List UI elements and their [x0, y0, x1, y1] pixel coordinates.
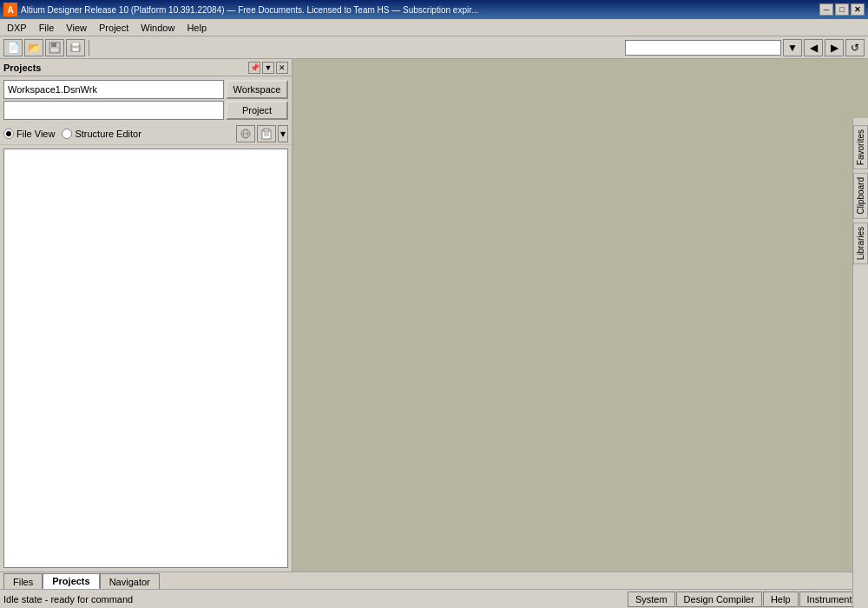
structure-editor-radio[interactable] — [62, 129, 72, 139]
title-bar-controls: ─ □ ✕ — [819, 3, 865, 16]
menu-dxp[interactable]: DXP — [2, 21, 32, 35]
workspace-button[interactable]: Workspace — [226, 80, 288, 99]
design-compiler-button[interactable]: Design Compiler — [676, 591, 762, 607]
structure-editor-option[interactable]: Structure Editor — [62, 129, 141, 139]
view-icons: ▾ — [236, 125, 288, 142]
open-button[interactable]: 📂 — [24, 39, 43, 56]
panel-close-button[interactable]: ✕ — [276, 62, 288, 74]
menu-bar: DXP File View Project Window Help — [0, 19, 868, 36]
help-button[interactable]: Help — [763, 591, 799, 607]
file-view-option[interactable]: File View — [3, 129, 55, 139]
clipboard-dropdown-wrapper: ▾ — [278, 125, 288, 142]
file-tree[interactable] — [3, 149, 288, 568]
menu-view[interactable]: View — [61, 21, 92, 35]
view-options: File View Structure Editor — [0, 123, 292, 145]
tab-navigator[interactable]: Navigator — [100, 573, 160, 589]
projects-panel: Projects 📌 ▼ ✕ Workspace1.DsnWrk Workspa… — [0, 59, 293, 572]
save-icon — [49, 42, 61, 54]
system-button[interactable]: System — [628, 591, 675, 607]
projects-panel-title: Projects — [3, 63, 41, 73]
workspace-dropdown[interactable]: Workspace1.DsnWrk — [3, 80, 224, 99]
save-button[interactable] — [45, 39, 64, 56]
main-area: Projects 📌 ▼ ✕ Workspace1.DsnWrk Workspa… — [0, 59, 868, 572]
search-box: ▼ ◀ ▶ ↺ — [625, 39, 865, 56]
file-view-radio[interactable] — [3, 129, 14, 139]
workspace-dropdown-wrapper: Workspace1.DsnWrk — [3, 80, 224, 99]
project-button[interactable]: Project — [226, 101, 288, 120]
project-input[interactable] — [3, 101, 224, 120]
tab-files[interactable]: Files — [3, 573, 43, 589]
projects-panel-header: Projects 📌 ▼ ✕ — [0, 59, 292, 76]
file-view-label: File View — [16, 129, 55, 139]
print-button[interactable] — [66, 39, 85, 56]
panel-pin-button[interactable]: 📌 — [248, 62, 260, 74]
clipboard-tab[interactable]: Clipboard — [853, 173, 868, 219]
view-icon-clipboard[interactable] — [257, 125, 276, 142]
menu-file[interactable]: File — [34, 21, 60, 35]
search-input[interactable] — [625, 40, 781, 56]
close-button[interactable]: ✕ — [851, 3, 865, 16]
tab-projects[interactable]: Projects — [43, 573, 99, 589]
workspace-row: Workspace1.DsnWrk Workspace — [3, 80, 288, 99]
view-icon-globe[interactable] — [236, 125, 255, 142]
svg-rect-4 — [72, 43, 79, 46]
globe-icon — [240, 128, 252, 140]
toolbar-separator-1 — [89, 40, 89, 56]
project-row: Project — [3, 101, 288, 120]
clipboard-icon — [260, 128, 273, 140]
title-text: Altium Designer Release 10 (Platform 10.… — [21, 5, 478, 15]
minimize-button[interactable]: ─ — [819, 3, 833, 16]
svg-rect-2 — [50, 48, 59, 52]
bottom-tabs: Files Projects Navigator — [0, 572, 868, 589]
new-button[interactable]: 📄 — [3, 39, 23, 56]
content-area — [293, 59, 868, 572]
restore-button[interactable]: □ — [835, 3, 849, 16]
projects-controls: Workspace1.DsnWrk Workspace Project — [0, 76, 292, 123]
clipboard-dropdown-btn[interactable]: ▾ — [278, 125, 288, 142]
search-button[interactable]: ▼ — [783, 39, 802, 56]
svg-rect-1 — [51, 43, 56, 47]
nav-back-button[interactable]: ◀ — [804, 39, 823, 56]
structure-editor-label: Structure Editor — [75, 129, 141, 139]
toolbar: 📄 📂 ▼ ◀ ▶ ↺ — [0, 36, 868, 59]
favorites-tab[interactable]: Favorites — [853, 125, 868, 169]
menu-help[interactable]: Help — [181, 21, 212, 35]
status-message: Idle state - ready for command — [3, 594, 628, 605]
title-bar-left: A Altium Designer Release 10 (Platform 1… — [3, 3, 478, 17]
right-sidebar: Favorites Clipboard Libraries — [852, 118, 868, 608]
menu-window[interactable]: Window — [135, 21, 180, 35]
libraries-tab[interactable]: Libraries — [853, 222, 868, 264]
nav-forward-button[interactable]: ▶ — [825, 39, 844, 56]
svg-rect-10 — [264, 129, 269, 132]
nav-refresh-button[interactable]: ↺ — [845, 39, 865, 56]
app-icon: A — [3, 3, 17, 17]
title-bar: A Altium Designer Release 10 (Platform 1… — [0, 0, 868, 19]
print-icon — [69, 42, 82, 54]
projects-header-controls: 📌 ▼ ✕ — [248, 62, 288, 74]
status-bar: Idle state - ready for command System De… — [0, 589, 868, 608]
status-right: System Design Compiler Help Instruments — [628, 591, 865, 607]
panel-menu-button[interactable]: ▼ — [262, 62, 274, 74]
menu-project[interactable]: Project — [94, 21, 134, 35]
svg-rect-5 — [72, 48, 79, 51]
